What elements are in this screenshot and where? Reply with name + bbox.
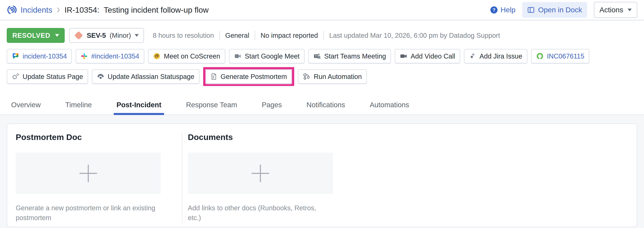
- incidents-logo-icon: [7, 5, 17, 15]
- incident-type: General: [225, 32, 249, 39]
- document-icon: [210, 73, 217, 80]
- status-dropdown-button[interactable]: RESOLVED: [7, 28, 65, 43]
- divider: [323, 31, 324, 40]
- incident-meta: 8 hours to resolution General No impact …: [153, 31, 500, 40]
- postmortem-doc-section: Postmortem Doc Generate a new postmortem…: [7, 124, 182, 227]
- tab-bar: OverviewTimelinePost-IncidentResponse Te…: [0, 101, 644, 115]
- quick-action-start-google-meet[interactable]: Start Google Meet: [229, 49, 305, 63]
- help-button[interactable]: ? Help: [490, 6, 516, 14]
- quick-action-label: Run Automation: [314, 73, 362, 80]
- status-label: RESOLVED: [12, 32, 50, 39]
- svg-text:?: ?: [492, 7, 496, 12]
- status-bar: RESOLVED SEV-5 (Minor) 8 hours to resolu…: [0, 28, 644, 43]
- open-in-dock-label: Open in Dock: [538, 6, 582, 14]
- severity-dropdown-button[interactable]: SEV-5 (Minor): [69, 28, 144, 43]
- quick-action-add-jira-issue[interactable]: Add Jira Issue: [464, 49, 527, 63]
- header-actions: ? Help Open in Dock Actions: [490, 2, 637, 18]
- chevron-right-icon: [56, 6, 61, 13]
- quick-action-label: Generate Postmortem: [220, 73, 287, 80]
- quick-action-label: #incident-10354: [91, 52, 139, 60]
- google-meet-icon: [234, 52, 242, 60]
- tab-automations[interactable]: Automations: [370, 101, 409, 114]
- time-to-resolution: 8 hours to resolution: [153, 32, 214, 39]
- quick-action-generate-postmortem[interactable]: Generate Postmortem: [206, 69, 292, 84]
- incident-name: Testing incident follow-up flow: [104, 5, 209, 14]
- divider: [220, 31, 220, 40]
- video-camera-icon: [400, 52, 407, 60]
- actions-dropdown-button[interactable]: Actions: [594, 2, 637, 18]
- quick-action-label: Update Atlassian Statuspage: [108, 73, 194, 80]
- quick-action-label: Add Jira Issue: [480, 52, 522, 60]
- quick-action-label: incident-10354: [22, 52, 67, 60]
- caret-down-icon: [135, 34, 139, 37]
- tab-overview[interactable]: Overview: [11, 101, 41, 114]
- add-postmortem-dropzone[interactable]: [16, 153, 161, 194]
- add-document-dropzone[interactable]: [188, 153, 333, 194]
- tab-response-team[interactable]: Response Team: [186, 101, 237, 114]
- plus-icon: [250, 163, 270, 183]
- quick-action-update-atlassian-statuspage[interactable]: Update Atlassian Statuspage: [92, 69, 200, 84]
- dock-panel-icon: [527, 6, 535, 14]
- slack-icon: [81, 53, 88, 60]
- quick-action-incident-10354[interactable]: #incident-10354: [76, 49, 144, 63]
- impact-status: No impact reported: [260, 32, 318, 39]
- help-label: Help: [500, 6, 516, 14]
- post-incident-card: Postmortem Doc Generate a new postmortem…: [7, 123, 637, 227]
- postmortem-caption: Generate a new postmortem or link an exi…: [16, 203, 158, 223]
- open-in-dock-button[interactable]: Open in Dock: [522, 2, 587, 18]
- quick-action-label: INC0676115: [547, 52, 584, 60]
- breadcrumb-incidents-link[interactable]: Incidents: [20, 5, 52, 14]
- documents-heading: Documents: [188, 132, 630, 142]
- plus-icon: [78, 163, 98, 183]
- annotation-highlight: Generate Postmortem: [203, 67, 294, 86]
- tab-pages[interactable]: Pages: [262, 101, 282, 114]
- incident-id: IR-10354:: [64, 5, 99, 14]
- page-header: Incidents IR-10354: Testing incident fol…: [0, 0, 644, 20]
- quick-action-label: Update Status Page: [22, 73, 83, 80]
- severity-qualifier: (Minor): [110, 32, 131, 39]
- divider: [255, 31, 255, 40]
- actions-label: Actions: [600, 6, 623, 14]
- jira-icon: [469, 53, 476, 60]
- quick-action-label: Start Google Meet: [245, 52, 300, 60]
- tab-timeline[interactable]: Timeline: [65, 101, 92, 114]
- tab-post-incident[interactable]: Post-Incident: [116, 101, 161, 114]
- quick-action-add-video-call[interactable]: Add Video Call: [395, 49, 460, 63]
- postmortem-doc-heading: Postmortem Doc: [16, 132, 161, 142]
- severity-diamond-icon: [74, 31, 83, 40]
- workflow-icon: [303, 73, 310, 80]
- quick-action-label: Add Video Call: [410, 52, 455, 60]
- quick-action-inc0676115[interactable]: INC0676115: [531, 49, 590, 63]
- quick-action-label: Start Teams Meeting: [324, 52, 386, 60]
- broadcast-icon: [12, 73, 19, 80]
- teams-icon: T: [314, 52, 321, 60]
- coscreen-icon: [153, 52, 160, 60]
- statuspage-icon: [97, 73, 104, 80]
- page-title: IR-10354: Testing incident follow-up flo…: [64, 5, 208, 14]
- last-updated: Last updated Mar 10, 2026, 6:00 pm by Da…: [329, 32, 500, 39]
- quick-action-update-status-page[interactable]: Update Status Page: [7, 69, 88, 84]
- caret-down-icon: [55, 34, 59, 37]
- quick-action-label: Meet on CoScreen: [164, 52, 220, 60]
- severity-label: SEV-5: [87, 32, 106, 39]
- google-chat-icon: [12, 52, 19, 60]
- quick-actions-row-1: incident-10354#incident-10354Meet on CoS…: [0, 49, 644, 63]
- svg-text:T: T: [315, 55, 317, 58]
- documents-caption: Add links to other docs (Runbooks, Retro…: [188, 203, 330, 223]
- help-icon: ?: [490, 6, 498, 14]
- quick-action-meet-on-coscreen[interactable]: Meet on CoScreen: [148, 49, 225, 63]
- post-incident-content: Postmortem Doc Generate a new postmortem…: [0, 115, 644, 228]
- documents-section: Documents Add links to other docs (Runbo…: [182, 124, 637, 227]
- servicenow-icon: [536, 52, 544, 60]
- quick-action-start-teams-meeting[interactable]: TStart Teams Meeting: [308, 49, 391, 63]
- caret-down-icon: [628, 8, 632, 11]
- tab-notifications[interactable]: Notifications: [306, 101, 345, 114]
- quick-action-incident-10354[interactable]: incident-10354: [7, 49, 72, 63]
- quick-actions-row-2: Update Status PageUpdate Atlassian Statu…: [0, 67, 644, 86]
- quick-action-run-automation[interactable]: Run Automation: [298, 69, 367, 84]
